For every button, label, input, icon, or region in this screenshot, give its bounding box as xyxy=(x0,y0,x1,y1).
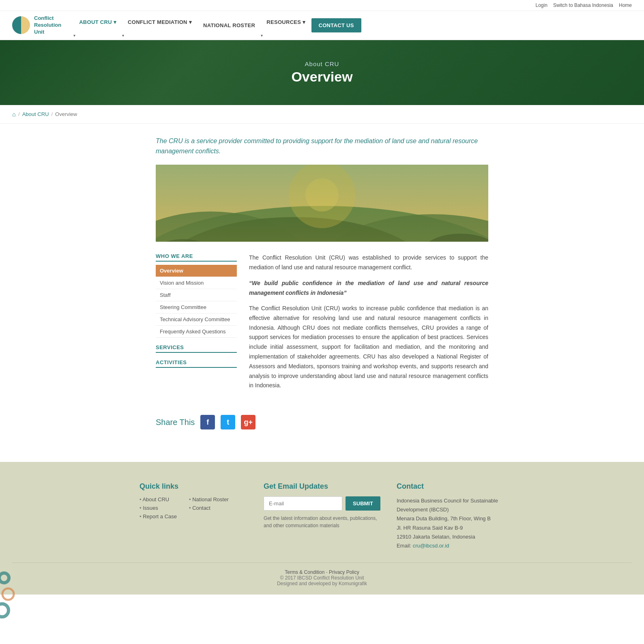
breadcrumb-about-cru[interactable]: About CRU xyxy=(22,111,49,117)
footer: Quick links About CRU Issues Report a Ca… xyxy=(0,462,644,595)
contact-address-2: Jl. HR Rasuna Said Kav B-9 xyxy=(397,524,504,532)
email-note: Get the latest information about events,… xyxy=(264,515,380,529)
nav-link-about-cru[interactable]: ABOUT CRU ▾ xyxy=(73,13,122,32)
google-icon: g+ xyxy=(244,418,253,427)
breadcrumb-current: Overview xyxy=(55,111,77,117)
footer-link-issues[interactable]: Issues xyxy=(140,505,177,511)
contact-title: Contact xyxy=(397,482,504,491)
svg-point-2 xyxy=(156,211,311,242)
contact-email-label: Email: xyxy=(397,543,413,549)
home-icon: ⌂ xyxy=(12,111,16,118)
svg-rect-0 xyxy=(156,165,488,242)
logo-icon xyxy=(12,16,30,34)
sidebar-item-overview[interactable]: Overview xyxy=(156,265,237,277)
share-facebook-button[interactable]: f xyxy=(200,415,215,429)
nav-link-contact-us[interactable]: CONTACT US xyxy=(311,18,361,32)
sidebar-item-steering-committee[interactable]: Steering Committee xyxy=(156,301,237,313)
sidebar-menu-who-we-are: Overview Vision and Mission Staff Steeri… xyxy=(156,265,237,338)
svg-point-7 xyxy=(156,239,217,242)
footer-links-col-2: National Roster Contact xyxy=(189,496,229,522)
hero-subtitle: About CRU xyxy=(305,60,339,67)
svg-point-9 xyxy=(0,573,9,583)
privacy-link[interactable]: Privacy Policy xyxy=(329,569,359,575)
svg-point-3 xyxy=(322,214,488,242)
submit-button[interactable]: SUBMIT xyxy=(346,496,380,511)
landscape-image xyxy=(156,165,488,242)
contact-address-3: 12910 Jakarta Selatan, Indonesia xyxy=(397,532,504,541)
contact-email-link[interactable]: cru@ibcsd.or.id xyxy=(413,543,449,549)
email-form: SUBMIT xyxy=(264,496,380,511)
svg-point-8 xyxy=(422,234,488,242)
footer-quick-links: Quick links About CRU Issues Report a Ca… xyxy=(140,482,247,550)
content-columns: WHO WE ARE Overview Vision and Mission S… xyxy=(156,253,488,396)
footer-credit: Designed and developed by Komunigrafik xyxy=(12,581,632,586)
top-bar: Login Switch to Bahasa Indonesia Home xyxy=(0,0,644,11)
login-link[interactable]: Login xyxy=(536,2,547,8)
body-text: The Conflict Resolution Unit (CRU) was e… xyxy=(249,253,488,396)
sidebar-item-staff[interactable]: Staff xyxy=(156,289,237,301)
logo-text: ConflictResolutionUnit xyxy=(34,15,61,36)
hero-banner: About CRU Overview xyxy=(0,40,644,105)
svg-point-5 xyxy=(289,165,355,228)
footer-link-about-cru[interactable]: About CRU xyxy=(140,496,177,502)
sidebar-item-technical-advisory[interactable]: Technical Advisory Committee xyxy=(156,313,237,326)
contact-email-line: Email: cru@ibcsd.or.id xyxy=(397,541,504,550)
quick-links-title: Quick links xyxy=(140,482,247,491)
intro-quote: The CRU is a service provider committed … xyxy=(156,136,488,157)
email-input[interactable] xyxy=(264,496,342,511)
nav-link-national-roster[interactable]: NATIONAL ROSTER xyxy=(197,16,261,35)
svg-point-6 xyxy=(305,178,339,211)
terms-link[interactable]: Terms & Condition xyxy=(285,569,324,575)
footer-contact: Contact Indonesia Business Council for S… xyxy=(397,482,504,550)
footer-links-col-1: About CRU Issues Report a Case xyxy=(140,496,177,522)
nav-item-resources[interactable]: RESOURCES ▾ xyxy=(261,13,311,38)
nav-item-conflict-mediation[interactable]: CONFLICT MEDIATION ▾ xyxy=(122,13,197,38)
contact-info: Indonesia Business Council for Sustainab… xyxy=(397,496,504,550)
home-link[interactable]: Home xyxy=(619,2,632,8)
nav-item-national-roster[interactable]: NATIONAL ROSTER xyxy=(197,16,261,35)
body-paragraph-2: The Conflict Resolution Unit (CRU) works… xyxy=(249,304,488,391)
share-google-button[interactable]: g+ xyxy=(241,415,255,429)
sidebar-item-faq[interactable]: Frequently Asked Questions xyxy=(156,326,237,338)
footer-legal-links: Terms & Condition - Privacy Policy xyxy=(12,569,632,575)
svg-point-10 xyxy=(2,588,14,595)
hero-title: Overview xyxy=(291,69,352,85)
switch-language-link[interactable]: Switch to Bahasa Indonesia xyxy=(553,2,613,8)
twitter-icon: t xyxy=(227,418,229,427)
footer-link-national-roster[interactable]: National Roster xyxy=(189,496,229,502)
breadcrumb: ⌂ / About CRU / Overview xyxy=(0,105,644,124)
footer-email-updates: Get Email Updates SUBMIT Get the latest … xyxy=(264,482,380,550)
sidebar: WHO WE ARE Overview Vision and Mission S… xyxy=(156,253,237,396)
nav-item-contact-us[interactable]: CONTACT US xyxy=(311,18,361,32)
sidebar-services-title: SERVICES xyxy=(156,344,237,353)
footer-bottom: Terms & Condition - Privacy Policy © 201… xyxy=(12,562,632,586)
footer-grid: Quick links About CRU Issues Report a Ca… xyxy=(140,482,504,550)
sidebar-item-vision-mission[interactable]: Vision and Mission xyxy=(156,277,237,289)
contact-org: Indonesia Business Council for Sustainab… xyxy=(397,496,504,514)
nav-item-about-cru[interactable]: ABOUT CRU ▾ xyxy=(73,13,122,38)
sidebar-who-we-are-title: WHO WE ARE xyxy=(156,253,237,262)
footer-links-grid: About CRU Issues Report a Case National … xyxy=(140,496,247,522)
footer-copyright: © 2017 IBCSD Conflict Resolution Unit xyxy=(12,575,632,581)
share-section: Share This f t g+ xyxy=(156,408,488,429)
contact-address-1: Menara Duta Building, 7th Floor, Wing B xyxy=(397,514,504,523)
footer-link-contact[interactable]: Contact xyxy=(189,505,229,511)
footer-link-report-case[interactable]: Report a Case xyxy=(140,513,177,519)
share-label: Share This xyxy=(156,418,195,427)
logo[interactable]: ConflictResolutionUnit xyxy=(12,11,61,40)
share-twitter-button[interactable]: t xyxy=(221,415,235,429)
nav-link-resources[interactable]: RESOURCES ▾ xyxy=(261,13,311,32)
pull-quote: “We build public confidence in the media… xyxy=(249,279,488,298)
svg-point-1 xyxy=(156,206,488,242)
facebook-icon: f xyxy=(206,418,209,427)
svg-point-4 xyxy=(156,217,433,242)
main-content: The CRU is a service provider committed … xyxy=(148,124,496,446)
navbar: ConflictResolutionUnit ABOUT CRU ▾ CONFL… xyxy=(0,11,644,40)
sidebar-activities-title: ACTIVITIES xyxy=(156,359,237,368)
nav-link-conflict-mediation[interactable]: CONFLICT MEDIATION ▾ xyxy=(122,13,197,32)
email-updates-title: Get Email Updates xyxy=(264,482,380,491)
footer-separator: - xyxy=(326,569,329,575)
nav-links: ABOUT CRU ▾ CONFLICT MEDIATION ▾ NATIONA… xyxy=(73,13,632,38)
body-paragraph-1: The Conflict Resolution Unit (CRU) was e… xyxy=(249,253,488,273)
